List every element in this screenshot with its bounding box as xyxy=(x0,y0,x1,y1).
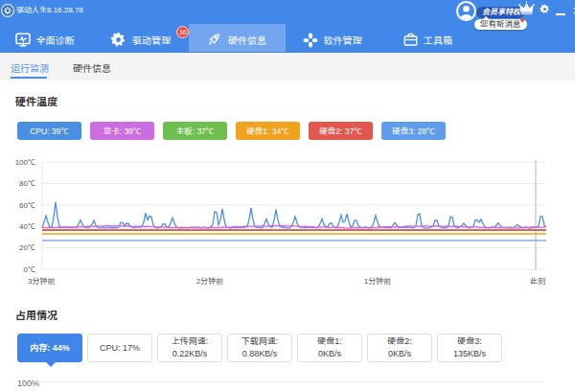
svg-text:40℃: 40℃ xyxy=(19,222,35,231)
svg-text:3分钟前: 3分钟前 xyxy=(28,277,55,286)
svg-text:2分钟前: 2分钟前 xyxy=(196,277,223,286)
svg-text:20℃: 20℃ xyxy=(19,243,35,252)
svg-text:此刻: 此刻 xyxy=(530,277,545,286)
svg-text:80℃: 80℃ xyxy=(19,179,35,188)
svg-text:0℃: 0℃ xyxy=(24,265,35,274)
svg-text:100℃: 100℃ xyxy=(15,158,35,167)
svg-text:1分钟前: 1分钟前 xyxy=(364,277,391,286)
svg-text:60℃: 60℃ xyxy=(19,201,35,210)
